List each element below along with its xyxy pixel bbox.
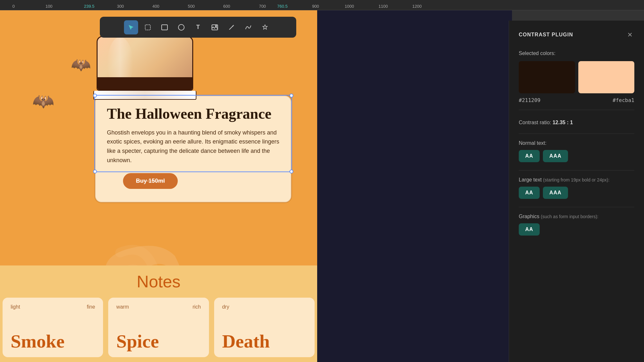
large-aa-badge: AA [519,187,540,199]
note-tag-dry: dry [222,304,229,310]
ruler-mark-1100: 1100 [379,4,388,9]
contrast-panel: CONTRAST PLUGIN ✕ Selected colors: #2112… [509,21,644,362]
tool-select[interactable] [124,20,138,34]
note-name-smoke: Smoke [11,332,95,351]
normal-aa-badge: AA [519,150,540,162]
selected-colors-label: Selected colors: [519,51,634,56]
product-title: The Halloween Fragrance [107,106,279,122]
panel-title: CONTRAST PLUGIN [519,32,573,38]
bottle-body [97,36,193,91]
tool-pen[interactable] [224,20,239,34]
graphics-label: Graphics (such as form input borders): [519,214,634,219]
graphics-label-main: Graphics [519,214,539,219]
note-card-smoke: light fine Smoke [3,298,103,357]
graphics-note: (such as form input borders): [541,214,598,219]
color-swatch-light [578,61,635,93]
svg-rect-0 [145,25,150,30]
ruler: 0 100 239.5 300 400 500 600 700 760.5 90… [0,0,644,10]
large-text-badges: AA AAA [519,187,634,199]
tool-text[interactable]: T [191,20,205,34]
graphics-section: Graphics (such as form input borders): A… [519,214,634,236]
large-aaa-badge: AAA [543,187,568,199]
ruler-mark-1000: 1000 [345,4,354,9]
note-tags-death: dry [222,304,307,310]
contrast-value: 12.35 : 1 [553,120,573,125]
note-name-spice: Spice [116,332,201,351]
tool-curve[interactable] [241,20,255,34]
color-swatch-dark [519,61,575,93]
ruler-mark-1200: 1200 [412,4,422,9]
notes-section: Notes light fine Smoke warm rich Spi [0,265,317,362]
ruler-mark-760: 760.5 [277,4,288,9]
large-text-label-main: Large text [519,177,542,182]
color-hex-dark: #211209 [519,97,577,103]
buy-button[interactable]: Buy 150ml [123,173,178,189]
tool-plugin[interactable] [258,20,272,34]
svg-rect-1 [162,25,167,30]
divider-3 [519,207,634,207]
note-tag-warm: warm [116,304,129,310]
note-tag-fine: fine [87,304,95,310]
ruler-mark-600: 600 [223,4,230,9]
normal-aaa-badge: AAA [543,150,568,162]
canvas-dark-area [317,10,512,362]
ruler-mark-500: 500 [188,4,195,9]
large-text-label: Large text (starting from 19px bold or 2… [519,177,634,183]
bottle-base [93,91,196,100]
tool-frame[interactable] [141,20,155,34]
ruler-mark-900: 900 [312,4,319,9]
notes-title: Notes [137,272,181,291]
svg-point-2 [178,24,184,30]
tool-rectangle[interactable] [157,20,172,34]
color-hex-light: #fecba1 [577,97,635,103]
bat-decoration-1: 🦇 [71,55,91,74]
panel-header: CONTRAST PLUGIN ✕ [519,30,634,39]
note-tags-spice: warm rich [116,304,201,310]
bat-decoration-2: 🦇 [32,91,54,112]
note-tag-light: light [11,304,20,310]
ruler-mark-239: 239.5 [84,4,95,9]
ruler-mark-700: 700 [259,4,266,9]
ruler-mark-400: 400 [152,4,159,9]
product-description: Ghostish envelops you in a haunting blen… [107,128,279,165]
canvas-area: 🦇 🦇 The Halloween Fragrance Ghostish env… [0,10,644,362]
note-tags-smoke: light fine [11,304,95,310]
note-card-death: dry Death [214,298,315,357]
color-values: #211209 #fecba1 [519,97,634,110]
ruler-mark-100: 100 [45,4,52,9]
product-card: The Halloween Fragrance Ghostish envelop… [95,96,291,202]
divider-2 [519,170,634,171]
graphics-badges: AA [519,223,634,236]
ruler-mark-0: 0 [12,4,14,9]
close-button[interactable]: ✕ [625,30,634,39]
notes-cards: light fine Smoke warm rich Spice d [0,298,317,357]
toolbar: T [100,17,296,38]
color-swatches [519,61,634,93]
large-text-note: (starting from 19px bold or 24px): [543,177,610,182]
normal-text-label: Normal text: [519,140,634,146]
contrast-label: Contrast ratio: [519,120,553,125]
tool-image[interactable] [208,20,222,34]
divider-1 [519,134,634,134]
note-name-death: Death [222,332,307,351]
note-tag-rich: rich [193,304,201,310]
note-card-spice: warm rich Spice [108,298,209,357]
normal-text-section: Normal text: AA AAA [519,140,634,162]
design-canvas: 🦇 🦇 The Halloween Fragrance Ghostish env… [0,10,317,362]
tool-ellipse[interactable] [174,20,188,34]
svg-point-4 [215,25,217,27]
large-text-section: Large text (starting from 19px bold or 2… [519,177,634,199]
normal-text-badges: AA AAA [519,150,634,162]
handle-tr[interactable] [289,94,293,97]
contrast-ratio-row: Contrast ratio: 12.35 : 1 [519,120,634,125]
graphics-aa-badge: AA [519,223,540,236]
ruler-mark-300: 300 [117,4,124,9]
